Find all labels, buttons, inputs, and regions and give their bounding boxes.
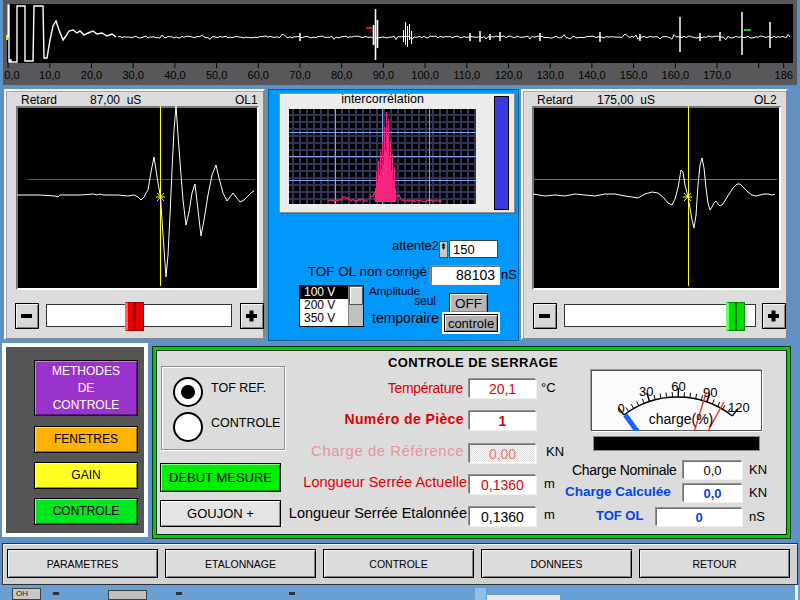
svg-text:80,0: 80,0 xyxy=(331,69,352,81)
svg-text:charge(%): charge(%) xyxy=(649,411,714,427)
svg-text:70,0: 70,0 xyxy=(289,69,310,81)
svg-text:50,0: 50,0 xyxy=(206,69,227,81)
svg-text:100,0: 100,0 xyxy=(411,69,439,81)
svg-text:40,0: 40,0 xyxy=(164,69,185,81)
svg-text:150,0: 150,0 xyxy=(620,69,648,81)
svg-text:140,0: 140,0 xyxy=(578,69,606,81)
svg-text:10,0: 10,0 xyxy=(39,69,60,81)
svg-text:60,0: 60,0 xyxy=(248,69,269,81)
svg-text:130,0: 130,0 xyxy=(536,69,564,81)
svg-text:0: 0 xyxy=(617,401,624,416)
svg-text:160,0: 160,0 xyxy=(662,69,690,81)
svg-text:0,0: 0,0 xyxy=(4,69,19,81)
svg-text:30,0: 30,0 xyxy=(122,69,143,81)
svg-text:90,0: 90,0 xyxy=(373,69,394,81)
svg-text:110,0: 110,0 xyxy=(453,69,480,81)
svg-text:20,0: 20,0 xyxy=(81,69,102,81)
svg-text:170,0: 170,0 xyxy=(703,69,731,81)
svg-text:120: 120 xyxy=(728,400,750,415)
svg-text:120,0: 120,0 xyxy=(495,69,523,81)
svg-text:60: 60 xyxy=(671,379,685,394)
svg-text:30: 30 xyxy=(639,384,653,399)
svg-text:186: 186 xyxy=(775,69,793,81)
